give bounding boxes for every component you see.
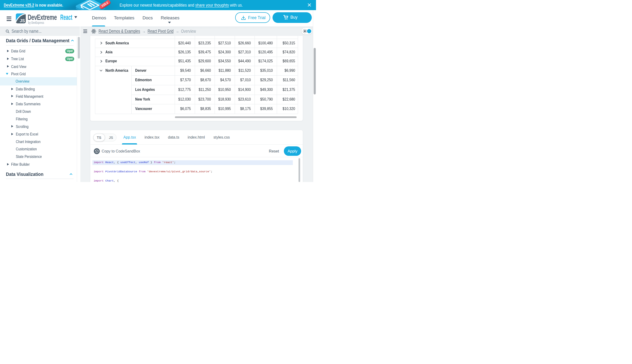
- svg-text:JS: JS: [20, 18, 25, 23]
